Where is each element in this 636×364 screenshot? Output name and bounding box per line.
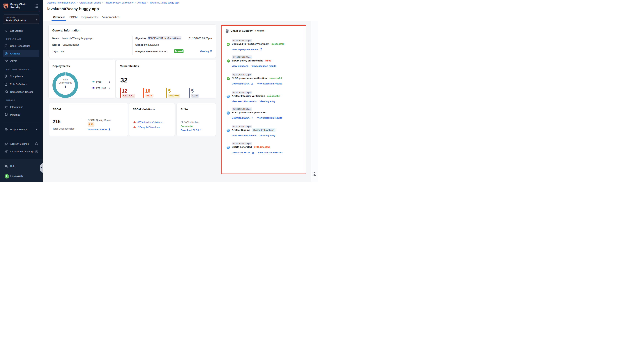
svg-text:?: ? — [6, 165, 6, 166]
